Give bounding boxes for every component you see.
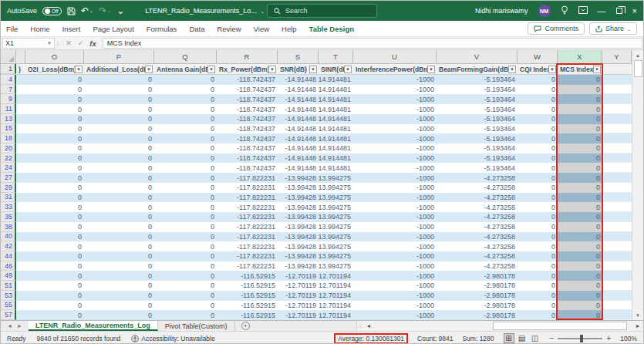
sheet-tab-pivot-table-custom-[interactable]: Pivot Table(Custom) <box>158 321 235 331</box>
column-letter-U[interactable]: U <box>353 50 437 63</box>
data-cell[interactable]: 0 <box>154 143 217 153</box>
data-cell-partial[interactable] <box>16 85 25 95</box>
row-number[interactable]: 44 <box>1 251 16 261</box>
data-cell-partial[interactable] <box>16 143 25 153</box>
data-cell[interactable]: -12.701194 <box>319 271 353 281</box>
column-letter-R[interactable]: R <box>217 50 278 63</box>
column-letter-O[interactable]: O <box>25 50 84 63</box>
data-cell[interactable]: 0 <box>84 153 154 164</box>
data-cell[interactable]: 0 <box>25 301 84 311</box>
data-cell[interactable]: -4.273258 <box>437 193 518 203</box>
data-cell[interactable]: 0 <box>558 163 602 173</box>
data-cell[interactable]: 0 <box>154 75 217 85</box>
data-cell-partial[interactable] <box>16 153 25 164</box>
data-cell-empty[interactable] <box>602 104 632 114</box>
data-cell[interactable]: 0 <box>518 94 558 104</box>
data-cell[interactable]: -1000 <box>353 173 437 183</box>
data-cell[interactable]: -14.91448 <box>278 143 319 153</box>
data-cell[interactable]: 0 <box>518 301 558 311</box>
data-cell[interactable]: 0 <box>518 104 558 114</box>
data-cell[interactable]: 0 <box>84 222 154 232</box>
zoom-in-icon[interactable]: + <box>606 334 611 342</box>
data-cell[interactable]: 0 <box>84 94 154 104</box>
data-cell[interactable]: 0 <box>154 251 217 261</box>
data-cell[interactable]: -13.994275 <box>319 202 353 212</box>
share-button[interactable]: Share ⌄ <box>589 22 637 35</box>
data-cell[interactable]: -14.914481 <box>319 163 353 173</box>
data-cell[interactable]: 0 <box>558 232 602 242</box>
data-cell[interactable]: -1000 <box>353 85 437 95</box>
autosave-toggle[interactable]: Off <box>42 7 62 15</box>
data-cell[interactable]: 0 <box>558 173 602 183</box>
ribbon-tab-file[interactable]: File <box>6 25 18 33</box>
data-cell[interactable]: 0 <box>84 173 154 183</box>
data-cell[interactable]: -13.99428 <box>278 241 319 251</box>
data-cell[interactable]: 0 <box>518 133 558 143</box>
row-number[interactable]: 57 <box>1 310 16 320</box>
data-cell[interactable]: 0 <box>25 85 84 95</box>
data-cell-empty[interactable] <box>602 114 632 124</box>
data-cell-partial[interactable] <box>16 133 25 143</box>
data-cell[interactable]: -5.193464 <box>437 143 518 153</box>
data-cell[interactable]: 0 <box>25 310 84 320</box>
data-cell[interactable]: 0 <box>84 193 154 203</box>
row-number[interactable]: 4 <box>1 75 16 85</box>
data-cell[interactable]: -117.822231 <box>217 173 278 183</box>
data-cell-empty[interactable] <box>602 291 632 301</box>
column-letter-P[interactable]: P <box>84 50 154 63</box>
data-cell-empty[interactable] <box>602 271 632 281</box>
data-cell[interactable]: -1000 <box>353 75 437 85</box>
data-cell[interactable]: 0 <box>25 291 84 301</box>
data-cell[interactable]: -1000 <box>353 232 437 242</box>
data-cell[interactable]: 0 <box>84 104 154 114</box>
data-cell-empty[interactable] <box>602 232 632 242</box>
data-cell[interactable]: -5.193464 <box>437 75 518 85</box>
data-cell-partial[interactable] <box>16 291 25 301</box>
data-cell[interactable]: -1000 <box>353 143 437 153</box>
data-cell[interactable]: -12.70119 <box>278 271 319 281</box>
data-cell-partial[interactable] <box>16 241 25 251</box>
horizontal-scroll-track[interactable] <box>374 321 632 331</box>
data-cell[interactable]: -14.91448 <box>278 75 319 85</box>
data-cell[interactable]: 0 <box>518 241 558 251</box>
data-cell[interactable]: 0 <box>84 241 154 251</box>
ribbon-tab-page-layout[interactable]: Page Layout <box>93 25 133 33</box>
data-cell[interactable]: 0 <box>84 163 154 173</box>
data-cell[interactable]: 0 <box>25 261 84 271</box>
data-cell-partial[interactable] <box>16 94 25 104</box>
data-cell[interactable]: 0 <box>84 301 154 311</box>
row-number[interactable]: 29 <box>1 183 16 193</box>
column-letter-T[interactable]: T <box>319 50 353 63</box>
data-cell[interactable]: -1000 <box>353 291 437 301</box>
data-cell[interactable]: -14.914481 <box>319 143 353 153</box>
data-cell[interactable]: 0 <box>558 222 602 232</box>
sheet-nav-right-icon[interactable]: ► <box>17 323 22 329</box>
ribbon-tab-review[interactable]: Review <box>217 25 241 33</box>
row-number[interactable]: 51 <box>1 281 16 291</box>
data-cell[interactable]: 0 <box>558 310 602 320</box>
data-cell-empty[interactable] <box>602 261 632 271</box>
data-cell[interactable]: 0 <box>518 212 558 222</box>
data-cell[interactable]: -2.980178 <box>437 291 518 301</box>
data-cell[interactable]: -14.91448 <box>278 163 319 173</box>
data-cell[interactable]: -4.273258 <box>437 261 518 271</box>
data-cell[interactable]: -14.914481 <box>319 75 353 85</box>
data-cell[interactable]: 0 <box>84 202 154 212</box>
data-cell[interactable]: -2.980178 <box>437 271 518 281</box>
data-cell[interactable]: -14.914481 <box>319 94 353 104</box>
zoom-slider-thumb[interactable] <box>580 335 583 342</box>
data-cell-partial[interactable] <box>16 202 25 212</box>
data-cell[interactable]: -14.914481 <box>319 133 353 143</box>
data-cell[interactable]: 0 <box>25 163 84 173</box>
ideas-lightbulb-icon[interactable] <box>561 5 568 17</box>
row-number[interactable]: 46 <box>1 261 16 271</box>
data-cell[interactable]: 0 <box>25 271 84 281</box>
sheet-nav-left-icon[interactable]: ◄ <box>7 323 12 329</box>
data-cell[interactable]: -4.273258 <box>437 222 518 232</box>
data-cell[interactable]: 0 <box>25 153 84 164</box>
data-cell[interactable]: 0 <box>558 153 602 164</box>
data-cell[interactable]: -1000 <box>353 310 437 320</box>
data-cell[interactable]: 0 <box>154 124 217 134</box>
search-input[interactable]: Search <box>267 4 377 18</box>
data-cell[interactable]: 0 <box>154 163 217 173</box>
